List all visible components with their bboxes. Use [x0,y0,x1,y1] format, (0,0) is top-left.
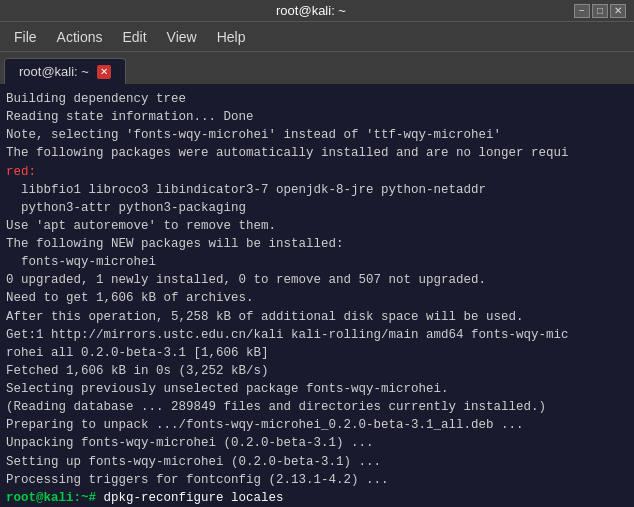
terminal-line: The following packages were automaticall… [6,144,628,162]
menu-help[interactable]: Help [207,25,256,49]
terminal-line: Fetched 1,606 kB in 0s (3,252 kB/s) [6,362,628,380]
terminal-line: Setting up fonts-wqy-microhei (0.2.0-bet… [6,453,628,471]
close-button[interactable]: ✕ [610,4,626,18]
terminal-line: (Reading database ... 289849 files and d… [6,398,628,416]
terminal-area[interactable]: Building dependency tree Reading state i… [0,84,634,507]
maximize-button[interactable]: □ [592,4,608,18]
terminal-line: fonts-wqy-microhei [6,253,628,271]
terminal-line: Note, selecting 'fonts-wqy-microhei' ins… [6,126,628,144]
terminal-line: Need to get 1,606 kB of archives. [6,289,628,307]
terminal-line: red: [6,163,628,181]
tab-close-button[interactable]: ✕ [97,65,111,79]
terminal-prompt-line: root@kali:~# dpkg-reconfigure locales [6,489,628,507]
menu-file[interactable]: File [4,25,47,49]
terminal-line: 0 upgraded, 1 newly installed, 0 to remo… [6,271,628,289]
menu-actions[interactable]: Actions [47,25,113,49]
terminal-line: After this operation, 5,258 kB of additi… [6,308,628,326]
terminal-tab[interactable]: root@kali: ~ ✕ [4,58,126,84]
terminal-line: Reading state information... Done [6,108,628,126]
terminal-line: Use 'apt autoremove' to remove them. [6,217,628,235]
menu-bar: File Actions Edit View Help [0,22,634,52]
terminal-line: The following NEW packages will be insta… [6,235,628,253]
terminal-line: libbfio1 libroco3 libindicator3-7 openjd… [6,181,628,199]
tab-bar: root@kali: ~ ✕ [0,52,634,84]
menu-edit[interactable]: Edit [112,25,156,49]
minimize-button[interactable]: − [574,4,590,18]
terminal-line: Selecting previously unselected package … [6,380,628,398]
title-bar: root@kali: ~ − □ ✕ [0,0,634,22]
terminal-line: Unpacking fonts-wqy-microhei (0.2.0-beta… [6,434,628,452]
terminal-line: Building dependency tree [6,90,628,108]
terminal-line: rohei all 0.2.0-beta-3.1 [1,606 kB] [6,344,628,362]
menu-view[interactable]: View [157,25,207,49]
window-title: root@kali: ~ [48,3,574,18]
terminal-line: Processing triggers for fontconfig (2.13… [6,471,628,489]
terminal-line: python3-attr python3-packaging [6,199,628,217]
window-controls: − □ ✕ [574,4,626,18]
tab-label: root@kali: ~ [19,64,89,79]
terminal-line: Get:1 http://mirrors.ustc.edu.cn/kali ka… [6,326,628,344]
terminal-line: Preparing to unpack .../fonts-wqy-microh… [6,416,628,434]
